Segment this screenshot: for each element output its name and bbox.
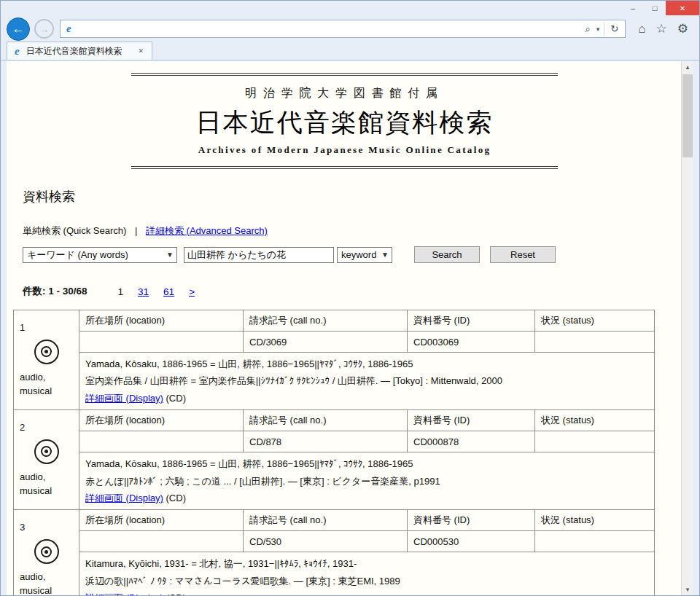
cell-id: CD000530: [408, 531, 535, 552]
scroll-up-icon[interactable]: ▲: [682, 61, 693, 74]
dropdown-caret-icon: ▼: [163, 251, 176, 259]
separator: |: [135, 225, 137, 236]
material-type: audio, musical: [20, 570, 73, 596]
col-header-id: 資料番号 (ID): [408, 310, 535, 332]
scrollbar-thumb[interactable]: [682, 74, 693, 157]
field-select[interactable]: キーワード (Any words) ▼: [23, 247, 177, 263]
search-section: 資料検索 単純検索 (Quick Search) | 詳細検索 (Advance…: [7, 188, 682, 298]
result-item-1: 1 audio, musical 所在場所 (location) 請求記号 (c…: [14, 310, 655, 410]
result-index: 1: [20, 322, 73, 333]
close-button[interactable]: ✕: [666, 1, 699, 15]
col-header-callno: 請求記号 (call no.): [244, 510, 408, 531]
result-format: (CD): [166, 493, 186, 503]
back-button[interactable]: ←: [7, 17, 30, 41]
tab-catalog[interactable]: e 日本近代音楽館資料検索 ✕: [7, 42, 152, 60]
cell-location: [79, 531, 244, 552]
settings-gear-icon[interactable]: ⚙: [672, 21, 693, 36]
tab-close-icon[interactable]: ✕: [134, 46, 147, 56]
advanced-search-link[interactable]: 詳細検索 (Advanced Search): [146, 225, 268, 236]
result-index: 2: [20, 422, 73, 433]
search-button[interactable]: Search: [414, 246, 480, 263]
material-type: audio, musical: [20, 371, 73, 399]
refresh-icon[interactable]: ↻: [607, 23, 622, 34]
page-current: 1: [118, 286, 124, 297]
type-select[interactable]: keyword ▼: [337, 247, 392, 263]
autocomplete-dropdown-icon[interactable]: ▾: [594, 26, 602, 33]
display-link[interactable]: 詳細画面 (Display): [85, 393, 163, 404]
result-title: 赤とんぼ||ｱｶﾄﾝﾎﾞ ; 六騎 ; この道 ... / [山田耕筰]. ― …: [85, 473, 648, 490]
back-arrow-icon: ←: [12, 22, 25, 36]
search-query-input[interactable]: [184, 247, 334, 263]
page-title: 資料検索: [23, 188, 666, 205]
result-item-3: 3 audio, musical 所在場所 (location) 請求記号 (c…: [14, 510, 655, 596]
result-item-2: 2 audio, musical 所在場所 (location) 請求記号 (c…: [14, 410, 655, 510]
cell-callno: CD/3069: [244, 332, 408, 353]
address-input[interactable]: [74, 22, 582, 36]
result-number-cell: 1 audio, musical: [14, 310, 79, 410]
display-link[interactable]: 詳細画面 (Display): [85, 493, 163, 503]
display-link[interactable]: 詳細画面 (Display): [85, 592, 163, 596]
cell-id: CD003069: [408, 332, 535, 353]
cell-status: [535, 332, 655, 353]
col-header-location: 所在場所 (location): [79, 310, 244, 332]
result-description: Kitamura, Kyōichi, 1931- = 北村, 協一, 1931−…: [79, 552, 655, 596]
browser-window: – □ ✕ ← → e ⌕ ▾ ↻ ⌂ ☆ ⚙: [0, 0, 700, 596]
field-select-value: キーワード (Any words): [27, 248, 128, 262]
toolbar-right-icons: ⌂ ☆ ⚙: [633, 21, 693, 36]
dropdown-caret-icon: ▼: [378, 251, 392, 259]
col-header-callno: 請求記号 (call no.): [244, 410, 408, 431]
result-format: (CD): [166, 592, 186, 596]
cell-callno: CD/530: [244, 531, 408, 552]
double-rule-bottom: [131, 166, 558, 169]
address-bar-icons: ⌕ ▾ ↻: [582, 23, 623, 36]
search-icon[interactable]: ⌕: [582, 23, 594, 35]
reset-button[interactable]: Reset: [490, 246, 556, 263]
cell-callno: CD/878: [244, 431, 408, 452]
vertical-scrollbar[interactable]: ▲ ▼: [681, 61, 693, 596]
result-title: 浜辺の歌||ﾊﾏﾍﾞ ﾉ ｳﾀ : ママさんコーラス愛唱歌集. ― [東京] :…: [85, 573, 648, 589]
tab-title: 日本近代音楽館資料検索: [26, 45, 135, 58]
col-header-location: 所在場所 (location): [79, 510, 244, 531]
col-header-id: 資料番号 (ID): [408, 510, 535, 531]
home-icon[interactable]: ⌂: [633, 22, 650, 36]
col-header-id: 資料番号 (ID): [408, 410, 535, 431]
address-bar[interactable]: e ⌕ ▾ ↻: [60, 20, 626, 38]
browser-toolbar: ← → e ⌕ ▾ ↻ ⌂ ☆ ⚙: [1, 16, 699, 42]
forward-button[interactable]: →: [34, 19, 54, 39]
audio-disc-icon: [34, 439, 59, 464]
maximize-button[interactable]: □: [644, 1, 666, 15]
page-link-61[interactable]: 61: [163, 286, 174, 297]
institution-name: 明治学院大学図書館付属: [131, 86, 558, 101]
ie-favicon-icon: e: [63, 23, 74, 34]
window-controls: – □ ✕: [622, 1, 699, 15]
result-author: Kitamura, Kyōichi, 1931- = 北村, 協一, 1931−…: [85, 555, 648, 572]
result-number-cell: 2 audio, musical: [14, 410, 79, 510]
site-subtitle: Archives of Modern Japanese Music Online…: [131, 144, 558, 156]
title-bar: – □ ✕: [1, 1, 699, 16]
result-author: Yamada, Kōsaku, 1886-1965 = 山田, 耕筰, 1886…: [85, 455, 648, 472]
result-index: 3: [20, 522, 73, 533]
double-rule-top: [131, 73, 558, 76]
cell-status: [535, 531, 655, 552]
search-form: キーワード (Any words) ▼ keyword ▼ Search Res…: [23, 246, 666, 263]
col-header-status: 状況 (status): [535, 310, 655, 332]
result-format: (CD): [166, 393, 186, 404]
scroll-down-icon[interactable]: ▼: [682, 584, 693, 596]
col-header-status: 状況 (status): [535, 510, 655, 531]
results-table: 1 audio, musical 所在場所 (location) 請求記号 (c…: [13, 310, 655, 596]
site-title: 日本近代音楽館資料検索: [131, 106, 558, 140]
favorites-star-icon[interactable]: ☆: [651, 21, 672, 36]
page-link-next[interactable]: >: [189, 286, 195, 297]
result-description: Yamada, Kōsaku, 1886-1965 = 山田, 耕筰, 1886…: [79, 353, 655, 410]
tab-bar: e 日本近代音楽館資料検索 ✕: [1, 42, 699, 60]
result-count-row: 件数: 1 - 30/68 1 31 61 >: [23, 285, 666, 298]
result-description: Yamada, Kōsaku, 1886-1965 = 山田, 耕筰, 1886…: [79, 452, 655, 510]
minimize-button[interactable]: –: [622, 1, 644, 15]
tab-favicon-icon: e: [12, 46, 23, 57]
col-header-callno: 請求記号 (call no.): [244, 310, 408, 332]
col-header-location: 所在場所 (location): [79, 410, 244, 431]
result-count: 件数: 1 - 30/68: [23, 285, 88, 298]
pagination: 1 31 61 >: [118, 286, 209, 297]
page-link-31[interactable]: 31: [138, 286, 149, 297]
result-author: Yamada, Kōsaku, 1886-1965 = 山田, 耕筰, 1886…: [85, 356, 648, 372]
